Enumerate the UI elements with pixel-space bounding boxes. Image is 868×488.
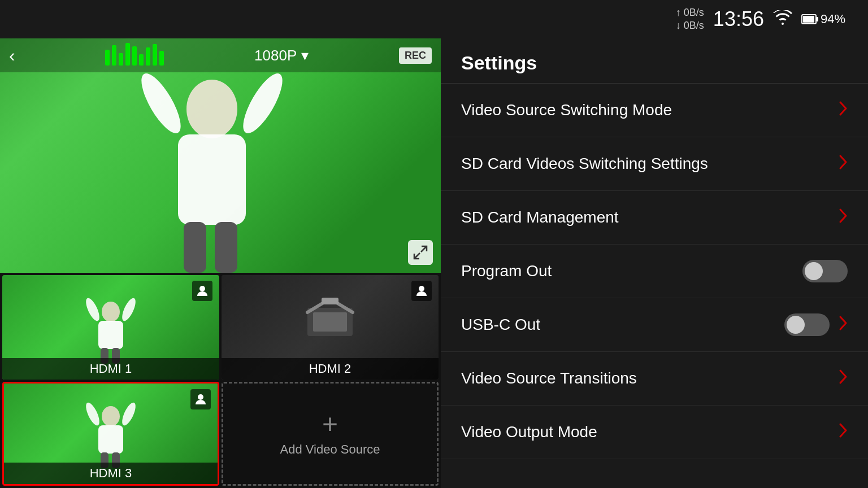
settings-list: Video Source Switching ModeSD Card Video…	[441, 84, 868, 488]
settings-label: Video Output Mode	[461, 423, 597, 441]
svg-rect-22	[322, 298, 338, 304]
svg-rect-19	[313, 312, 347, 332]
settings-item-right	[839, 154, 848, 174]
audio-bar	[139, 54, 144, 66]
audio-bar	[105, 50, 110, 66]
settings-item-video-source-transitions[interactable]: Video Source Transitions	[441, 352, 868, 406]
svg-rect-2	[817, 17, 818, 21]
thumbnail-add[interactable]: + Add Video Source	[222, 382, 439, 486]
settings-item-right	[784, 313, 848, 336]
svg-line-10	[414, 253, 420, 259]
main-video-person	[127, 58, 297, 273]
svg-point-17	[199, 286, 205, 291]
chevron-right-icon	[839, 208, 848, 228]
svg-point-13	[83, 296, 102, 323]
svg-line-9	[421, 246, 427, 252]
svg-point-5	[134, 68, 188, 138]
svg-rect-8	[215, 222, 237, 273]
svg-point-26	[83, 401, 102, 428]
battery-percent: 94%	[821, 12, 845, 27]
audio-bar	[159, 51, 164, 66]
left-panel: ‹ 1080P ▾ REC	[0, 38, 441, 488]
svg-point-23	[419, 286, 424, 291]
expand-button[interactable]	[408, 240, 433, 265]
mini-person	[83, 296, 139, 364]
resolution-label: 1080P	[254, 47, 297, 64]
chevron-right-icon	[839, 101, 848, 120]
network-speed: ↑ 0B/s ↓ 0B/s	[676, 6, 704, 33]
svg-rect-12	[98, 321, 123, 349]
thumb-label: HDMI 1	[2, 358, 219, 380]
settings-item-sd-card-management[interactable]: SD Card Management	[441, 191, 868, 245]
settings-item-program-out[interactable]: Program Out	[441, 245, 868, 298]
hdmi-cable	[296, 297, 364, 342]
mini-person	[83, 400, 139, 468]
audio-bar	[153, 44, 157, 66]
svg-rect-4	[178, 134, 246, 225]
thumb-label: HDMI 2	[222, 358, 439, 380]
settings-item-right	[802, 260, 848, 282]
audio-level-bars	[105, 45, 164, 66]
add-source-label: Add Video Source	[280, 442, 380, 457]
svg-point-3	[186, 80, 237, 138]
right-panel: Settings Video Source Switching ModeSD C…	[441, 38, 868, 488]
battery-icon: 94%	[801, 12, 845, 27]
toggle-program-out[interactable]	[802, 260, 848, 282]
settings-item-sd-card-switching[interactable]: SD Card Videos Switching Settings	[441, 137, 868, 191]
upload-speed: ↑ 0B/s	[676, 6, 704, 19]
settings-label: SD Card Management	[461, 208, 619, 226]
settings-item-video-output-mode[interactable]: Video Output Mode	[441, 406, 868, 459]
download-speed: ↓ 0B/s	[676, 19, 704, 32]
video-overlay-bar: ‹ 1080P ▾ REC	[0, 38, 441, 72]
svg-point-24	[102, 406, 120, 426]
settings-item-right	[839, 101, 848, 120]
svg-point-6	[236, 68, 290, 138]
audio-bar	[146, 47, 150, 66]
rec-badge: REC	[399, 47, 432, 64]
back-button[interactable]: ‹	[9, 45, 15, 66]
chevron-right-icon	[839, 369, 848, 389]
resolution-selector[interactable]: 1080P ▾	[254, 47, 309, 64]
thumbnail-hdmi2[interactable]: HDMI 2	[222, 275, 439, 380]
toggle-knob	[805, 262, 823, 280]
svg-rect-25	[98, 425, 123, 454]
settings-item-video-source-switching[interactable]: Video Source Switching Mode	[441, 84, 868, 137]
audio-bar	[112, 45, 116, 66]
cable-visual	[222, 275, 439, 364]
settings-item-right	[839, 208, 848, 228]
thumbnail-grid: HDMI 1 HDMI 2 HDMI 3 + Add Video Source	[0, 273, 441, 488]
thumb-label: HDMI 3	[4, 463, 218, 484]
toggle-knob	[787, 316, 805, 334]
audio-bar	[119, 53, 123, 66]
main-video: ‹ 1080P ▾ REC	[0, 38, 441, 273]
wifi-icon	[773, 10, 792, 29]
settings-label: Video Source Switching Mode	[461, 101, 672, 119]
settings-label: USB-C Out	[461, 316, 540, 334]
status-bar: ↑ 0B/s ↓ 0B/s 13:56 94%	[0, 0, 868, 38]
audio-bar	[132, 46, 137, 66]
toggle-usb-c-out[interactable]	[784, 313, 830, 336]
settings-item-right	[839, 422, 848, 442]
svg-point-11	[102, 302, 120, 322]
settings-label: Program Out	[461, 262, 552, 280]
person-icon	[411, 281, 432, 301]
svg-rect-1	[803, 16, 814, 23]
person-icon	[190, 389, 211, 409]
chevron-right-icon	[839, 422, 848, 442]
audio-bar	[125, 43, 130, 66]
thumbnail-hdmi3[interactable]: HDMI 3	[2, 382, 219, 486]
chevron-right-icon	[839, 154, 848, 174]
svg-point-14	[119, 296, 138, 323]
svg-rect-7	[184, 222, 206, 273]
chevron-right-icon	[839, 315, 848, 335]
status-time: 13:56	[713, 7, 764, 31]
settings-label: Video Source Transitions	[461, 369, 637, 387]
settings-label: SD Card Videos Switching Settings	[461, 155, 708, 173]
settings-item-usb-c-out[interactable]: USB-C Out	[441, 298, 868, 352]
settings-item-right	[839, 369, 848, 389]
svg-point-30	[198, 394, 203, 400]
svg-point-27	[119, 401, 138, 428]
settings-title: Settings	[441, 38, 868, 84]
person-icon	[192, 281, 212, 301]
thumbnail-hdmi1[interactable]: HDMI 1	[2, 275, 219, 380]
